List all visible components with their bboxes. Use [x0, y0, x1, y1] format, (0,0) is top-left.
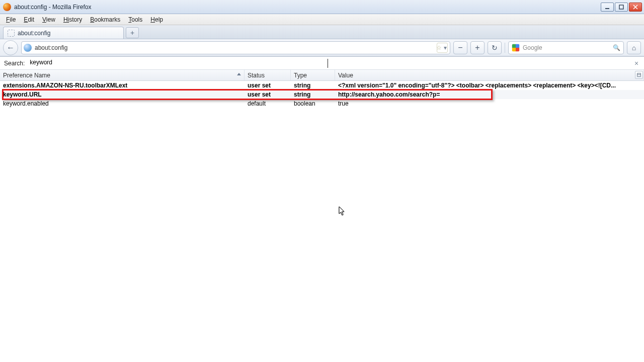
aboutconfig-page: Search: keyword × Preference Name Status… — [0, 56, 644, 362]
zoom-in-button[interactable]: + — [470, 41, 485, 54]
cell-value: http://search.yahoo.com/search?p= — [335, 91, 644, 98]
cell-status: user set — [245, 82, 291, 89]
nav-toolbar: ← about:config ☆▾ − + ↻ Google 🔍 ⌂ — [0, 39, 644, 56]
menubar: File Edit View History Bookmarks Tools H… — [0, 14, 644, 25]
cell-type: boolean — [291, 100, 335, 107]
minus-icon: − — [458, 43, 462, 52]
column-header-status[interactable]: Status — [245, 70, 291, 80]
cell-name: extensions.AMAZON-NS-RU.toolbarXMLext — [0, 82, 245, 89]
menu-help[interactable]: Help — [146, 15, 167, 24]
firefox-icon — [3, 3, 11, 11]
column-header-type[interactable]: Type — [291, 70, 335, 80]
table-row[interactable]: extensions.AMAZON-NS-RU.toolbarXMLextuse… — [0, 81, 644, 90]
table-header: Preference Name Status Type Value — [0, 70, 644, 81]
url-bar[interactable]: about:config ☆▾ — [21, 41, 450, 54]
menu-edit[interactable]: Edit — [20, 15, 38, 24]
zoom-out-button[interactable]: − — [453, 41, 467, 54]
search-engine-box[interactable]: Google 🔍 — [508, 41, 624, 54]
svg-rect-4 — [637, 73, 640, 76]
google-icon — [512, 44, 520, 52]
table-row[interactable]: keyword.enableddefaultbooleantrue — [0, 99, 644, 108]
cell-name: keyword.URL — [0, 91, 245, 98]
window-title: about:config - Mozilla Firefox — [14, 4, 91, 11]
close-button[interactable] — [629, 3, 642, 12]
filter-label: Search: — [4, 60, 25, 67]
maximize-button[interactable] — [615, 3, 628, 12]
menu-history[interactable]: History — [59, 15, 86, 24]
sort-indicator-icon — [237, 73, 241, 75]
globe-icon — [24, 44, 32, 52]
cell-type: string — [291, 91, 335, 98]
tab-active[interactable]: about:config — [3, 27, 124, 39]
menu-view[interactable]: View — [38, 15, 59, 24]
cell-name: keyword.enabled — [0, 100, 245, 107]
reload-icon: ↻ — [492, 44, 498, 52]
menu-bookmarks[interactable]: Bookmarks — [86, 15, 124, 24]
column-picker-button[interactable] — [635, 71, 643, 79]
tab-label: about:config — [18, 30, 50, 37]
home-icon: ⌂ — [632, 44, 636, 52]
column-header-name[interactable]: Preference Name — [0, 70, 245, 80]
search-icon: 🔍 — [613, 44, 620, 51]
home-button[interactable]: ⌂ — [627, 41, 641, 54]
cell-status: default — [245, 100, 291, 107]
star-icon: ☆ — [436, 44, 442, 51]
filter-row: Search: keyword × — [0, 57, 644, 70]
bookmark-star-button[interactable]: ☆▾ — [437, 43, 448, 53]
new-tab-button[interactable]: + — [126, 27, 139, 38]
svg-rect-1 — [619, 5, 623, 9]
cell-value: <?xml version="1.0" encoding="utf-8"?> <… — [335, 82, 644, 89]
tabstrip: about:config + — [0, 25, 644, 39]
back-arrow-icon: ← — [7, 43, 15, 52]
search-placeholder: Google — [523, 44, 610, 51]
cell-status: user set — [245, 91, 291, 98]
menu-file[interactable]: File — [2, 15, 20, 24]
cell-type: string — [291, 82, 335, 89]
window-titlebar: about:config - Mozilla Firefox — [0, 0, 644, 14]
menu-tools[interactable]: Tools — [124, 15, 146, 24]
table-body: extensions.AMAZON-NS-RU.toolbarXMLextuse… — [0, 81, 644, 108]
column-header-value[interactable]: Value — [335, 70, 644, 80]
plus-icon: + — [475, 43, 479, 52]
toolbar-separator — [505, 43, 505, 53]
filter-input[interactable]: keyword — [29, 59, 328, 68]
cell-value: true — [335, 100, 644, 107]
reload-button[interactable]: ↻ — [488, 41, 502, 54]
close-icon: × — [634, 59, 638, 67]
url-text: about:config — [35, 44, 434, 51]
chevron-down-icon: ▾ — [442, 44, 449, 51]
window-controls — [600, 3, 642, 12]
clear-filter-button[interactable]: × — [633, 60, 640, 67]
tab-favicon-icon — [8, 30, 15, 37]
back-button[interactable]: ← — [3, 40, 18, 55]
table-row[interactable]: keyword.URLuser setstringhttp://search.y… — [0, 90, 644, 99]
minimize-button[interactable] — [601, 3, 614, 12]
